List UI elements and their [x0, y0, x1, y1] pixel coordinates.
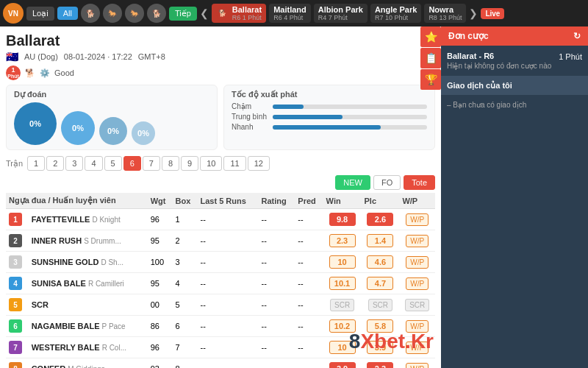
table-row: 4SUNISA BALE R Camilleri 95 4 -- -- -- 1… — [6, 273, 435, 294]
icon-btn-2[interactable]: 📋 — [420, 48, 441, 68]
plc-odds-btn[interactable]: 5.8 — [367, 319, 393, 333]
race-tab-12[interactable]: 12 — [248, 156, 270, 171]
country-label: AU (Dog) — [24, 52, 58, 61]
race-item-ballarat[interactable]: 🐕 Ballarat R6 1 Phút — [212, 4, 266, 23]
logo-text: VN — [8, 10, 18, 18]
live-badge[interactable]: Live — [481, 8, 504, 19]
race-tab-11[interactable]: 11 — [223, 156, 245, 171]
runner-wgt: 95 — [148, 273, 173, 294]
timezone-label: GMT+8 — [138, 52, 165, 61]
right-icon-strip: ⭐ 📋 🏆 — [420, 26, 441, 90]
win-odds-btn[interactable]: 2.3 — [329, 234, 356, 247]
win-odds-btn[interactable]: 10 — [329, 255, 356, 269]
icon-btn-1[interactable]: ⭐ — [420, 26, 441, 47]
wp-btn[interactable]: W/P — [406, 320, 429, 333]
runner-pred: -- — [295, 294, 323, 316]
scr-plc: SCR — [368, 299, 392, 311]
runner-num: 3 — [6, 252, 29, 273]
header-rating: Rating — [259, 193, 295, 209]
main-area: Ballarat 🇦🇺 AU (Dog) 08-01-2024 · 17:22 … — [0, 26, 588, 368]
runner-lastruns: -- — [198, 273, 259, 294]
plc-odds-btn[interactable]: 4.7 — [367, 277, 393, 290]
runner-num: 5 — [6, 294, 29, 316]
plc-odds-btn[interactable]: 2.3 — [367, 362, 393, 368]
runner-rating: -- — [259, 252, 295, 273]
runner-name: CONFER M Giddings — [29, 358, 148, 369]
race-tab-3[interactable]: 3 — [65, 156, 83, 171]
header-lastruns: Last 5 Runs — [198, 193, 259, 209]
wp-btn[interactable]: W/P — [406, 363, 429, 369]
header-wgt: Wgt — [148, 193, 173, 209]
runner-name: SUNISA BALE R Camilleri — [29, 273, 148, 294]
race-tab-7[interactable]: 7 — [143, 156, 160, 171]
new-button[interactable]: NEW — [335, 175, 370, 190]
nav-chevron-right[interactable]: ❯ — [469, 7, 478, 19]
race-tab-9[interactable]: 9 — [181, 156, 198, 171]
runner-lastruns: -- — [198, 337, 259, 358]
plc-odds-btn[interactable]: 3.9 — [367, 341, 393, 354]
runner-pred: -- — [295, 358, 323, 369]
wp-btn[interactable]: W/P — [406, 235, 429, 247]
animal-icon-2[interactable]: 🐎 — [103, 4, 122, 23]
nav-chevron-left[interactable]: ❮ — [200, 7, 209, 19]
loai-button[interactable]: Loại — [26, 7, 54, 21]
win-odds-btn[interactable]: 10.1 — [329, 277, 356, 290]
race-item-maitland[interactable]: Maitland R6 4 Phút — [269, 4, 311, 23]
race-tab-2[interactable]: 2 — [46, 156, 64, 171]
runner-num: 4 — [6, 273, 29, 294]
icon-btn-3[interactable]: 🏆 — [420, 69, 441, 90]
race-tab-1[interactable]: 1 — [27, 156, 45, 171]
race-item-albion[interactable]: Albion Park R4 7 Phút — [314, 4, 368, 23]
tiep-button[interactable]: Tiếp — [169, 7, 197, 21]
race-tab-10[interactable]: 10 — [200, 156, 222, 171]
condition-label: Good — [54, 68, 74, 77]
runner-lastruns: -- — [198, 209, 259, 230]
speed-row-medium: Trung bình — [232, 113, 427, 121]
header-win: Win — [323, 193, 362, 209]
wp-btn[interactable]: W/P — [406, 256, 429, 269]
table-row: 6NAGAMBIE BALE P Pace 86 6 -- -- -- 10.2… — [6, 316, 435, 337]
runner-box: 2 — [173, 230, 198, 252]
plc-odds-btn[interactable]: 1.4 — [367, 234, 393, 247]
race-tab-6[interactable]: 6 — [123, 156, 141, 171]
tote-button[interactable]: Tote — [404, 175, 435, 190]
wp-btn[interactable]: W/P — [406, 277, 429, 290]
win-odds-btn[interactable]: 10 — [329, 341, 356, 354]
race-meta: 🇦🇺 AU (Dog) 08-01-2024 · 17:22 GMT+8 — [6, 51, 435, 63]
race-dog-icon: 🐕 — [216, 7, 229, 20]
plc-odds-btn[interactable]: 2.6 — [367, 213, 393, 226]
fo-button[interactable]: FO — [373, 175, 401, 190]
race-conditions: 1 Phút 🐕 ⚙️ Good — [6, 66, 435, 80]
race-tab-8[interactable]: 8 — [162, 156, 179, 171]
bubble-3: 0% — [99, 117, 127, 145]
logo[interactable]: VN — [3, 3, 24, 24]
race-tab-5[interactable]: 5 — [104, 156, 122, 171]
animal-icon-4[interactable]: 🐕 — [147, 4, 166, 23]
runner-rating: -- — [259, 316, 295, 337]
runner-wgt: 00 — [148, 294, 173, 316]
runner-pred: -- — [295, 209, 323, 230]
wp-btn[interactable]: W/P — [406, 213, 429, 226]
animal-icon-3[interactable]: 🐎 — [125, 4, 144, 23]
runner-lastruns: -- — [198, 230, 259, 252]
wp-btn[interactable]: W/P — [406, 342, 429, 354]
scr-wp: SCR — [405, 299, 429, 311]
runner-rating: -- — [259, 230, 295, 252]
header-plc: Plc — [362, 193, 400, 209]
runner-num: 7 — [6, 337, 29, 358]
race-item-nowra[interactable]: Nowra R8 13 Phút — [424, 4, 466, 23]
win-odds-btn[interactable]: 9.8 — [329, 213, 356, 226]
race-item-angle[interactable]: Angle Park R7 10 Phút — [370, 4, 421, 23]
bubble-1: 0% — [14, 102, 57, 145]
all-button[interactable]: All — [57, 7, 78, 20]
win-odds-btn[interactable]: 10.2 — [329, 319, 356, 333]
speed-row-fast: Nhanh — [232, 123, 427, 131]
animal-icon-1[interactable]: 🐕 — [81, 4, 100, 23]
tab-label: Trận — [6, 159, 23, 169]
plc-odds-btn[interactable]: 4.6 — [367, 255, 393, 269]
runner-rating: -- — [259, 209, 295, 230]
win-odds-btn[interactable]: 3.9 — [329, 362, 356, 368]
race-tab-4[interactable]: 4 — [85, 156, 102, 171]
refresh-icon[interactable]: ↻ — [573, 31, 581, 41]
runner-name: SUNSHINE GOLD D Sh... — [29, 252, 148, 273]
